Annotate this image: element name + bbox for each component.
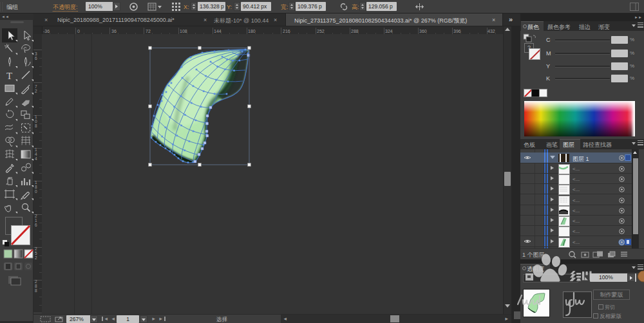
svg-text:6: 6 [35,223,37,227]
svg-text:8: 8 [35,124,37,128]
svg-text:8: 8 [35,185,37,189]
svg-text:2: 2 [35,214,37,218]
svg-text:288: 288 [351,29,359,33]
svg-text:180: 180 [248,29,256,33]
svg-text:72: 72 [146,29,151,33]
svg-text:252: 252 [317,29,325,33]
svg-text:108: 108 [180,29,187,33]
svg-text:2: 2 [35,246,37,251]
svg-text:1: 1 [35,115,37,119]
svg-text:396: 396 [453,29,461,33]
svg-text:8: 8 [35,288,37,293]
svg-text:2: 2 [35,255,37,260]
svg-text:4: 4 [35,156,37,161]
svg-text:432: 432 [488,29,495,33]
svg-text:36: 36 [111,29,117,33]
svg-text:4: 4 [35,152,37,156]
svg-text:5: 5 [35,251,37,255]
svg-text:324: 324 [385,29,393,33]
svg-text:0: 0 [35,119,37,124]
svg-text:8: 8 [35,284,37,288]
svg-text:360: 360 [419,29,427,33]
svg-text:3: 3 [35,51,37,56]
svg-text:2: 2 [35,89,37,93]
svg-text:-36: -36 [43,29,50,33]
svg-text:6: 6 [35,56,37,60]
svg-text:7: 7 [35,84,37,89]
svg-text:0: 0 [35,189,37,194]
svg-text:1: 1 [35,180,37,185]
svg-text:1: 1 [35,147,37,152]
svg-text:1: 1 [35,218,37,223]
svg-text:216: 216 [283,29,290,33]
svg-text:T: T [6,71,12,81]
svg-text:2: 2 [35,279,37,284]
svg-text:0: 0 [77,29,80,33]
svg-text:144: 144 [214,29,222,33]
